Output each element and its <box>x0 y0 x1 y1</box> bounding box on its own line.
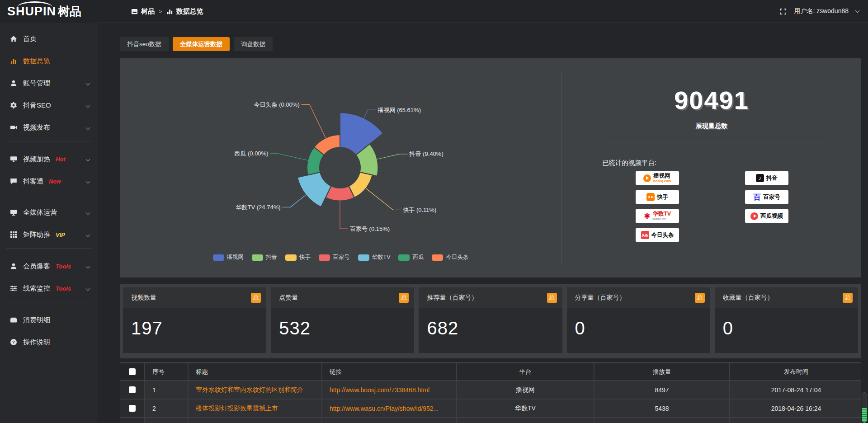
username-display[interactable]: 用户名: zswodun88 <box>794 7 849 15</box>
total-badge: 总 <box>547 293 557 303</box>
legend-item-快手[interactable]: 快手 <box>285 254 311 261</box>
tab-inquiry-data[interactable]: 询盘数据 <box>234 37 273 51</box>
platform-name: 抖音 <box>766 175 778 181</box>
sidebar-item-operation-guide[interactable]: ?操作说明 <box>0 333 98 351</box>
pie-label-line <box>302 104 326 138</box>
legend-label: 百家号 <box>333 254 350 261</box>
sidebar-item-account-management[interactable]: 账号管理 <box>0 74 98 92</box>
legend-swatch <box>319 254 330 261</box>
stat-card-5: 收藏量（百家号）总0 <box>715 287 858 353</box>
pie-label-百家号: 百家号 (0.15%) <box>350 226 390 232</box>
row-title-link[interactable]: 楼体投影灯投影效果震撼上市 <box>189 400 321 417</box>
platforms-grid: 播视网boosj.com♪抖音快手百百家号✱华数TVwasu.cn西瓜视频头条今… <box>636 171 788 242</box>
row-checkbox[interactable] <box>129 405 136 412</box>
col-header-link: 链接 <box>322 363 456 380</box>
legend-label: 快手 <box>299 254 311 261</box>
platform-badge-douyin: ♪抖音 <box>745 171 788 185</box>
chart-icon <box>10 57 17 65</box>
legend-item-西瓜[interactable]: 西瓜 <box>398 254 424 261</box>
image-icon <box>131 8 138 15</box>
pie-label-今日头条: 今日头条 (0.00%) <box>254 101 300 108</box>
sidebar-item-video-heating[interactable]: 视频加热Hot <box>0 150 98 168</box>
sidebar-item-badge: New <box>49 178 61 185</box>
gear-icon <box>10 102 17 109</box>
legend-item-今日头条[interactable]: 今日头条 <box>432 254 468 261</box>
username-label: 用户名: <box>794 7 815 14</box>
legend-item-华数TV[interactable]: 华数TV <box>358 254 391 261</box>
svg-text:?: ? <box>12 339 15 344</box>
sidebar-item-douyin-seo[interactable]: 抖音SEO <box>0 96 98 114</box>
platform-badge-xigua: 西瓜视频 <box>745 209 788 223</box>
scrollbar-thumb[interactable] <box>862 408 867 423</box>
sidebar-item-label: 线索监控 <box>23 284 50 293</box>
grid-icon <box>10 231 17 238</box>
sidebar-item-member-burst[interactable]: 会员爆客Tools <box>0 257 98 275</box>
fullscreen-icon[interactable] <box>780 8 787 15</box>
chart-icon <box>10 57 17 65</box>
page-scrollbar[interactable] <box>862 392 867 423</box>
pie-slice-华数TV[interactable] <box>297 172 331 207</box>
sidebar-item-label: 会员爆客 <box>23 262 50 271</box>
main-content: 抖音seo数据全媒体运营数据询盘数据 播视网 (65.61%)抖音 (9.40%… <box>98 23 868 423</box>
row-url-link[interactable]: http://www.wasu.cn/Play/show/id/952... <box>322 400 456 417</box>
col-header-plays: 播放量 <box>594 363 729 380</box>
table-row-1: 1室外水纹灯和室内水纹灯的区别和简介http://www.boosj.com/7… <box>120 381 861 399</box>
breadcrumb-current-icon <box>166 8 173 15</box>
col-header-time: 发布时间 <box>730 363 861 380</box>
platform-subtext: wasu.cn <box>652 217 665 221</box>
breadcrumb: 树品 > 数据总览 <box>98 7 203 16</box>
user-icon <box>10 80 17 87</box>
row-platform: 华数TV <box>457 400 594 417</box>
sidebar-item-media-operation[interactable]: 全媒体运营 <box>0 203 98 221</box>
breadcrumb-root-icon <box>131 8 138 15</box>
fullscreen-icon <box>780 8 787 15</box>
legend-label: 播视网 <box>227 254 244 261</box>
chevron-down-icon <box>86 264 90 269</box>
legend-swatch <box>285 254 297 261</box>
sidebar-item-matrix-boost[interactable]: 矩阵助推VIP <box>0 226 98 244</box>
tab-media-operation-data[interactable]: 全媒体运营数据 <box>173 37 230 51</box>
stat-card-value: 532 <box>271 308 414 338</box>
legend-item-抖音[interactable]: 抖音 <box>252 254 277 261</box>
platform-name: 今日头条 <box>651 232 674 238</box>
table-row-2: 2楼体投影灯投影效果震撼上市http://www.wasu.cn/Play/sh… <box>120 400 861 417</box>
stat-cards-row: 视频数量总197点赞量总532推荐量（百家号）总682分享量（百家号）总0收藏量… <box>120 284 861 358</box>
sidebar-item-label: 抖音SEO <box>23 101 51 110</box>
sidebar-item-label: 全媒体运营 <box>23 208 57 217</box>
chevron-down-icon <box>86 287 90 291</box>
legend-item-百家号[interactable]: 百家号 <box>319 254 350 261</box>
stat-card-header: 点赞量总 <box>271 287 414 308</box>
legend-item-播视网[interactable]: 播视网 <box>213 254 244 261</box>
monitor-icon <box>10 209 17 216</box>
sidebar-item-video-publish[interactable]: 视频发布 <box>0 118 98 136</box>
pie-chart-canvas[interactable]: 播视网 (65.61%)抖音 (9.40%)快手 (0.11%)百家号 (0.1… <box>120 58 561 277</box>
pie-slice-播视网[interactable] <box>340 113 383 155</box>
select-all-checkbox[interactable] <box>129 368 136 375</box>
rose-pie-chart[interactable]: 播视网 (65.61%)抖音 (9.40%)快手 (0.11%)百家号 (0.1… <box>120 58 561 277</box>
tab-douyin-seo-data[interactable]: 抖音seo数据 <box>120 37 169 51</box>
sidebar-item-data-overview[interactable]: 数据总览 <box>0 52 98 70</box>
app-logo: SHUPIN 树品 <box>0 0 98 23</box>
sidebar-item-home[interactable]: 首页 <box>0 30 98 48</box>
sidebar-item-doukoutong[interactable]: 抖客通New <box>0 172 98 190</box>
stat-card-2: 点赞量总532 <box>271 287 414 353</box>
sidebar-item-clue-monitor[interactable]: 线索监控Tools <box>0 279 98 297</box>
row-url-link[interactable]: http://www.boosj.com/7338468.html <box>322 381 456 399</box>
breadcrumb-root[interactable]: 树品 <box>141 7 155 16</box>
stat-card-header: 收藏量（百家号）总 <box>715 287 858 308</box>
chevron-down-icon <box>86 179 90 184</box>
row-title-link[interactable]: 室外水纹灯和室内水纹灯的区别和简介 <box>189 381 321 399</box>
row-checkbox[interactable] <box>129 386 136 393</box>
sidebar-item-badge: Hot <box>56 156 66 163</box>
sidebar-item-badge: Tools <box>56 263 71 270</box>
sidebar-divider <box>6 248 91 249</box>
question-icon: ? <box>10 338 17 346</box>
breadcrumb-current[interactable]: 数据总览 <box>176 7 203 16</box>
sidebar-item-consumption-detail[interactable]: 消费明细 <box>0 311 98 329</box>
user-menu-chevron-icon[interactable] <box>855 9 860 13</box>
chart-legend: 播视网抖音快手百家号华数TV西瓜今日头条 <box>120 254 561 261</box>
total-badge: 总 <box>695 293 705 303</box>
platforms-title: 已统计的视频平台: <box>602 159 861 167</box>
total-impressions-value: 90491 <box>562 85 861 115</box>
sliders-icon <box>10 285 17 292</box>
